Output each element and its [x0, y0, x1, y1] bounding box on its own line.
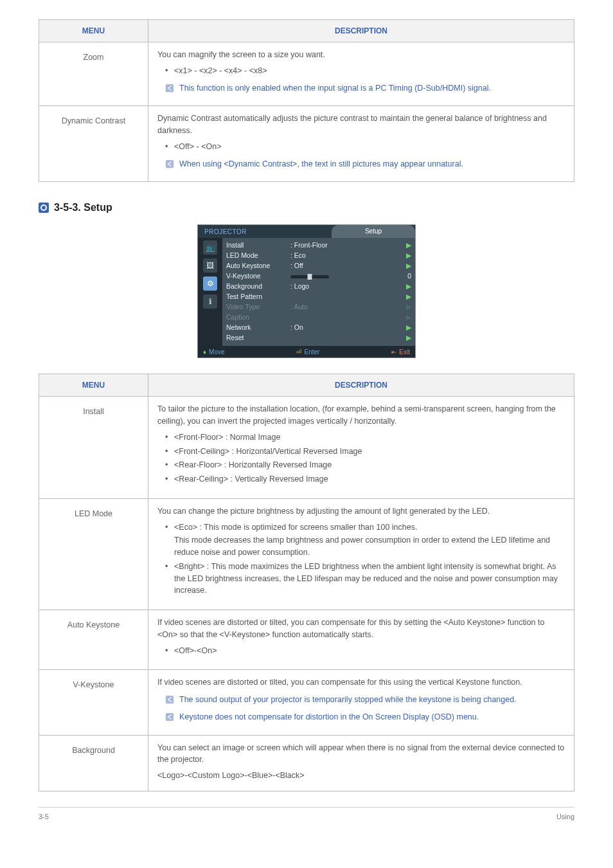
osd-foot-enter: ⏎Enter: [296, 347, 319, 357]
menu-autokey: Auto Keystone: [39, 610, 148, 670]
th-description: DESCRIPTION: [148, 20, 574, 42]
dyncontrast-options: <Off> - <On>: [165, 141, 565, 153]
menu-install: Install: [39, 397, 148, 499]
osd-projector-label: PROJECTOR: [198, 227, 253, 237]
table-row: Background You can select an image or sc…: [39, 735, 574, 791]
osd-header: PROJECTOR Setup: [198, 225, 415, 238]
vkey-intro: If video scenes are distorted or tilted,…: [157, 676, 565, 689]
desc-install: To tailor the picture to the installatio…: [148, 397, 574, 499]
vkey-note2-text: Keystone does not compensate for distort…: [179, 711, 565, 723]
menu-ledmode: LED Mode: [39, 498, 148, 610]
table-row: Install To tailor the picture to the ins…: [39, 397, 574, 499]
chevron-right-icon: ▶: [404, 333, 411, 343]
osd-nav-icons: 📺 🖼 ⚙ ℹ: [198, 238, 222, 346]
zoom-options: <x1> - <x2> - <x4> - <x8>: [165, 65, 565, 77]
info-icon: [165, 84, 174, 93]
install-b2: <Front-Ceiling> : Horizontal/Vertical Re…: [165, 446, 565, 458]
dyncontrast-note: When using <Dynamic Contrast>, the text …: [165, 158, 565, 170]
chevron-right-icon: ▶: [404, 323, 411, 333]
table-row: Dynamic Contrast Dynamic Contrast automa…: [39, 106, 574, 182]
table-setup: MENU DESCRIPTION Install To tailor the p…: [39, 374, 574, 791]
section-icon: [39, 203, 49, 213]
chevron-right-icon: ▶: [404, 312, 411, 323]
ledmode-intro: You can change the picture brightness by…: [157, 505, 565, 518]
zoom-intro: You can magnify the screen to a size you…: [157, 49, 565, 61]
osd-row-vkey: V-Keystone 0: [226, 271, 411, 282]
osd-foot-exit: ⇤Exit: [391, 347, 410, 357]
osd-row-testpat: Test Pattern ▶: [226, 292, 411, 302]
info-icon: [165, 695, 174, 704]
ledmode-bullets: <Eco> : This mode is optimized for scree…: [157, 521, 565, 597]
desc-vkey: If video scenes are distorted or tilted,…: [148, 670, 574, 735]
svg-rect-2: [166, 696, 173, 703]
osd-list: Install : Front-Floor ▶ LED Mode : Eco ▶…: [222, 238, 415, 346]
autokey-intro: If video scenes are distorted or tilted,…: [157, 617, 565, 641]
slider-icon: [290, 275, 329, 278]
table-row: Zoom You can magnify the screen to a siz…: [39, 42, 574, 106]
menu-vkey: V-Keystone: [39, 670, 148, 735]
table-row: LED Mode You can change the picture brig…: [39, 498, 574, 610]
osd-row-ledmode: LED Mode : Eco ▶: [226, 251, 411, 261]
info-icon: [165, 712, 174, 721]
osd-row-autokey: Auto Keystone : Off ▶: [226, 261, 411, 271]
desc-dyncontrast: Dynamic Contrast automatically adjusts t…: [148, 106, 574, 182]
osd-row-caption: Caption ▶: [226, 312, 411, 323]
autokey-options: <Off>-<On>: [165, 645, 565, 657]
desc-autokey: If video scenes are distorted or tilted,…: [148, 610, 574, 670]
zoom-note-text: This function is only enabled when the i…: [179, 82, 565, 95]
install-b4: <Rear-Ceiling> : Vertically Reversed Ima…: [165, 473, 565, 485]
svg-rect-3: [166, 713, 173, 721]
install-bullets: <Front-Floor> : Normal Image <Front-Ceil…: [157, 431, 565, 485]
osd-icon-input: 📺: [203, 240, 217, 255]
osd-body: 📺 🖼 ⚙ ℹ Install : Front-Floor ▶ LED Mode…: [198, 238, 415, 346]
chevron-right-icon: ▶: [404, 302, 411, 312]
ledmode-eco: <Eco> : This mode is optimized for scree…: [165, 521, 565, 559]
install-b3: <Rear-Floor> : Horizontally Reversed Ima…: [165, 459, 565, 471]
bg-intro: You can select an image or screen which …: [157, 742, 565, 766]
desc-ledmode: You can change the picture brightness by…: [148, 498, 574, 610]
th-menu: MENU: [39, 374, 148, 397]
chevron-right-icon: ▶: [404, 240, 411, 251]
svg-rect-1: [166, 159, 173, 167]
info-icon: [165, 159, 174, 168]
menu-zoom: Zoom: [39, 42, 148, 106]
osd-row-reset: Reset ▶: [226, 333, 411, 343]
osd-panel: PROJECTOR Setup 📺 🖼 ⚙ ℹ Install : Front-…: [197, 224, 416, 358]
page-footer: 3-5 Using: [39, 807, 574, 822]
menu-dyncontrast: Dynamic Contrast: [39, 106, 148, 182]
svg-rect-0: [166, 84, 173, 91]
chevron-right-icon: ▶: [404, 251, 411, 261]
vkey-value: 0: [404, 271, 411, 282]
osd-row-network: Network : On ▶: [226, 323, 411, 333]
chevron-right-icon: ▶: [404, 261, 411, 271]
desc-bg: You can select an image or screen which …: [148, 735, 574, 791]
chevron-right-icon: ▶: [404, 282, 411, 292]
osd-icon-setup: ⚙: [203, 276, 217, 291]
ledmode-bright: <Bright> : This mode maximizes the LED b…: [165, 561, 565, 597]
osd-tab-setup: Setup: [332, 225, 415, 238]
section-header-setup: 3-5-3. Setup: [39, 200, 574, 215]
vkey-note1: The sound output of your projector is te…: [165, 694, 565, 706]
dyncontrast-note-text: When using <Dynamic Contrast>, the text …: [179, 158, 565, 170]
table-row: V-Keystone If video scenes are distorted…: [39, 670, 574, 735]
table-row: Auto Keystone If video scenes are distor…: [39, 610, 574, 670]
osd-row-install: Install : Front-Floor ▶: [226, 240, 411, 251]
th-menu: MENU: [39, 20, 148, 42]
vkey-note2: Keystone does not compensate for distort…: [165, 711, 565, 723]
osd-icon-picture: 🖼: [203, 258, 217, 273]
bg-options: <Logo>-<Custom Logo>-<Blue>-<Black>: [157, 770, 565, 782]
th-description: DESCRIPTION: [148, 374, 574, 397]
dyncontrast-intro: Dynamic Contrast automatically adjusts t…: [157, 113, 565, 137]
table-picture-cont: MENU DESCRIPTION Zoom You can magnify th…: [39, 19, 574, 182]
osd-row-bg: Background : Logo ▶: [226, 282, 411, 292]
footer-left: 3-5: [39, 811, 49, 822]
osd-screenshot: PROJECTOR Setup 📺 🖼 ⚙ ℹ Install : Front-…: [39, 224, 574, 358]
menu-bg: Background: [39, 735, 148, 791]
section-title: 3-5-3. Setup: [54, 200, 112, 215]
footer-right: Using: [556, 811, 574, 822]
install-intro: To tailor the picture to the installatio…: [157, 403, 565, 428]
osd-row-videotype: Video Type : Auto ▶: [226, 302, 411, 312]
autokey-bullets: <Off>-<On>: [157, 645, 565, 657]
osd-icon-option: ℹ: [203, 294, 217, 309]
chevron-right-icon: ▶: [404, 292, 411, 302]
